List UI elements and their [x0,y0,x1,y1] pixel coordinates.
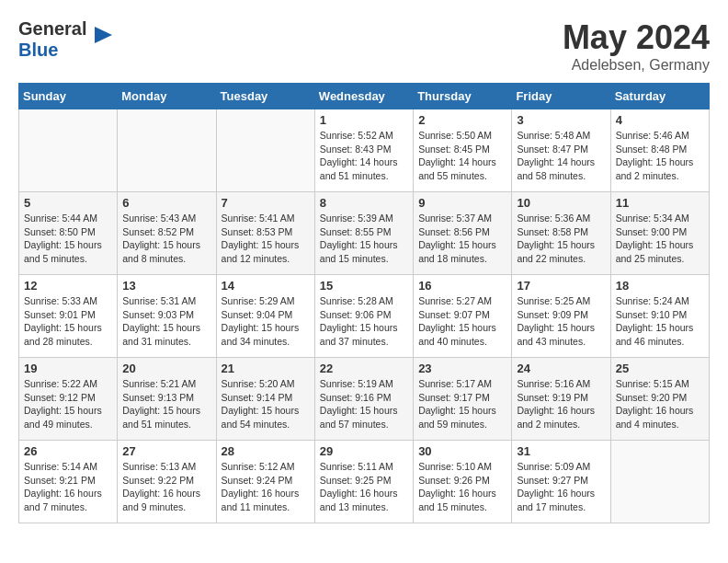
calendar-cell: 23Sunrise: 5:17 AMSunset: 9:17 PMDayligh… [414,358,512,441]
day-number: 17 [517,279,605,293]
day-info: Sunrise: 5:10 AMSunset: 9:26 PMDaylight:… [418,460,506,514]
day-number: 22 [320,362,408,375]
calendar-cell: 16Sunrise: 5:27 AMSunset: 9:07 PMDayligh… [414,275,512,358]
day-number: 15 [320,279,408,293]
day-info: Sunrise: 5:09 AMSunset: 9:27 PMDaylight:… [517,460,605,514]
header-day-sunday: Sunday [19,84,118,109]
day-number: 20 [122,362,210,375]
calendar-cell: 1Sunrise: 5:52 AMSunset: 8:43 PMDaylight… [314,109,413,192]
calendar-table: SundayMondayTuesdayWednesdayThursdayFrid… [18,83,710,523]
calendar-cell: 12Sunrise: 5:33 AMSunset: 9:01 PMDayligh… [19,275,118,358]
calendar-cell: 17Sunrise: 5:25 AMSunset: 9:09 PMDayligh… [512,275,610,358]
header: General Blue May 2024 Adelebsen, Germany [18,18,710,74]
header-day-thursday: Thursday [414,84,512,109]
calendar-cell: 3Sunrise: 5:48 AMSunset: 8:47 PMDaylight… [512,109,610,192]
day-number: 12 [24,279,112,293]
day-info: Sunrise: 5:17 AMSunset: 9:17 PMDaylight:… [418,377,506,431]
calendar-cell [610,441,709,523]
day-info: Sunrise: 5:25 AMSunset: 9:09 PMDaylight:… [517,294,605,349]
calendar-week-row: 12Sunrise: 5:33 AMSunset: 9:01 PMDayligh… [19,275,710,358]
day-info: Sunrise: 5:43 AMSunset: 8:52 PMDaylight:… [122,212,210,266]
day-number: 16 [418,279,506,293]
calendar-cell: 22Sunrise: 5:19 AMSunset: 9:16 PMDayligh… [314,358,413,441]
day-info: Sunrise: 5:16 AMSunset: 9:19 PMDaylight:… [517,377,605,431]
calendar-cell: 10Sunrise: 5:36 AMSunset: 8:58 PMDayligh… [512,192,610,275]
day-info: Sunrise: 5:29 AMSunset: 9:04 PMDaylight:… [222,294,310,349]
day-info: Sunrise: 5:19 AMSunset: 9:16 PMDaylight:… [320,377,408,431]
calendar-week-row: 26Sunrise: 5:14 AMSunset: 9:21 PMDayligh… [19,441,710,523]
logo: General Blue [18,18,116,61]
calendar-cell: 2Sunrise: 5:50 AMSunset: 8:45 PMDaylight… [414,109,512,192]
day-info: Sunrise: 5:11 AMSunset: 9:25 PMDaylight:… [320,460,408,514]
svg-marker-0 [95,27,112,43]
day-number: 23 [418,362,506,375]
day-number: 28 [222,444,310,458]
day-info: Sunrise: 5:39 AMSunset: 8:55 PMDaylight:… [320,212,408,266]
day-info: Sunrise: 5:46 AMSunset: 8:48 PMDaylight:… [616,129,704,183]
calendar-cell: 29Sunrise: 5:11 AMSunset: 9:25 PMDayligh… [314,441,413,523]
calendar-cell [118,109,216,192]
logo-general: General [18,18,86,39]
calendar-cell: 5Sunrise: 5:44 AMSunset: 8:50 PMDaylight… [19,192,118,275]
day-number: 8 [320,196,408,210]
calendar-cell: 31Sunrise: 5:09 AMSunset: 9:27 PMDayligh… [512,441,610,523]
calendar-cell: 9Sunrise: 5:37 AMSunset: 8:56 PMDaylight… [414,192,512,275]
calendar-cell: 6Sunrise: 5:43 AMSunset: 8:52 PMDaylight… [118,192,216,275]
calendar-cell: 30Sunrise: 5:10 AMSunset: 9:26 PMDayligh… [414,441,512,523]
day-number: 7 [222,196,310,210]
calendar-header-row: SundayMondayTuesdayWednesdayThursdayFrid… [19,84,710,109]
day-info: Sunrise: 5:36 AMSunset: 8:58 PMDaylight:… [517,212,605,266]
day-info: Sunrise: 5:44 AMSunset: 8:50 PMDaylight:… [24,212,112,266]
day-number: 31 [517,444,605,458]
day-info: Sunrise: 5:41 AMSunset: 8:53 PMDaylight:… [222,212,310,266]
calendar-cell: 27Sunrise: 5:13 AMSunset: 9:22 PMDayligh… [118,441,216,523]
day-info: Sunrise: 5:37 AMSunset: 8:56 PMDaylight:… [418,212,506,266]
day-number: 24 [517,362,605,375]
header-day-saturday: Saturday [610,84,709,109]
day-info: Sunrise: 5:24 AMSunset: 9:10 PMDaylight:… [616,294,704,349]
day-number: 18 [616,279,704,293]
calendar-week-row: 19Sunrise: 5:22 AMSunset: 9:12 PMDayligh… [19,358,710,441]
calendar-week-row: 1Sunrise: 5:52 AMSunset: 8:43 PMDaylight… [19,109,710,192]
day-info: Sunrise: 5:33 AMSunset: 9:01 PMDaylight:… [24,294,112,349]
day-number: 2 [418,113,506,127]
day-info: Sunrise: 5:31 AMSunset: 9:03 PMDaylight:… [122,294,210,349]
day-number: 11 [616,196,704,210]
calendar-cell: 28Sunrise: 5:12 AMSunset: 9:24 PMDayligh… [216,441,314,523]
header-day-monday: Monday [118,84,216,109]
day-number: 9 [418,196,506,210]
day-number: 26 [24,444,112,458]
day-info: Sunrise: 5:15 AMSunset: 9:20 PMDaylight:… [616,377,704,431]
header-day-wednesday: Wednesday [314,84,413,109]
day-info: Sunrise: 5:21 AMSunset: 9:13 PMDaylight:… [122,377,210,431]
header-day-friday: Friday [512,84,610,109]
title-section: May 2024 Adelebsen, Germany [563,18,710,74]
day-info: Sunrise: 5:50 AMSunset: 8:45 PMDaylight:… [418,129,506,183]
day-info: Sunrise: 5:48 AMSunset: 8:47 PMDaylight:… [517,129,605,183]
day-info: Sunrise: 5:22 AMSunset: 9:12 PMDaylight:… [24,377,112,431]
calendar-cell: 26Sunrise: 5:14 AMSunset: 9:21 PMDayligh… [19,441,118,523]
day-info: Sunrise: 5:20 AMSunset: 9:14 PMDaylight:… [222,377,310,431]
day-number: 4 [616,113,704,127]
day-number: 5 [24,196,112,210]
logo-flag-icon [90,22,116,48]
day-number: 29 [320,444,408,458]
day-number: 25 [616,362,704,375]
calendar-cell: 18Sunrise: 5:24 AMSunset: 9:10 PMDayligh… [610,275,709,358]
day-number: 1 [320,113,408,127]
day-info: Sunrise: 5:12 AMSunset: 9:24 PMDaylight:… [222,460,310,514]
calendar-cell: 19Sunrise: 5:22 AMSunset: 9:12 PMDayligh… [19,358,118,441]
header-day-tuesday: Tuesday [216,84,314,109]
day-info: Sunrise: 5:28 AMSunset: 9:06 PMDaylight:… [320,294,408,349]
day-number: 21 [222,362,310,375]
day-info: Sunrise: 5:52 AMSunset: 8:43 PMDaylight:… [320,129,408,183]
calendar-cell: 7Sunrise: 5:41 AMSunset: 8:53 PMDaylight… [216,192,314,275]
day-info: Sunrise: 5:14 AMSunset: 9:21 PMDaylight:… [24,460,112,514]
calendar-cell: 25Sunrise: 5:15 AMSunset: 9:20 PMDayligh… [610,358,709,441]
calendar-cell: 21Sunrise: 5:20 AMSunset: 9:14 PMDayligh… [216,358,314,441]
calendar-cell: 8Sunrise: 5:39 AMSunset: 8:55 PMDaylight… [314,192,413,275]
day-number: 14 [222,279,310,293]
day-info: Sunrise: 5:27 AMSunset: 9:07 PMDaylight:… [418,294,506,349]
location: Adelebsen, Germany [563,57,710,74]
calendar-cell [216,109,314,192]
